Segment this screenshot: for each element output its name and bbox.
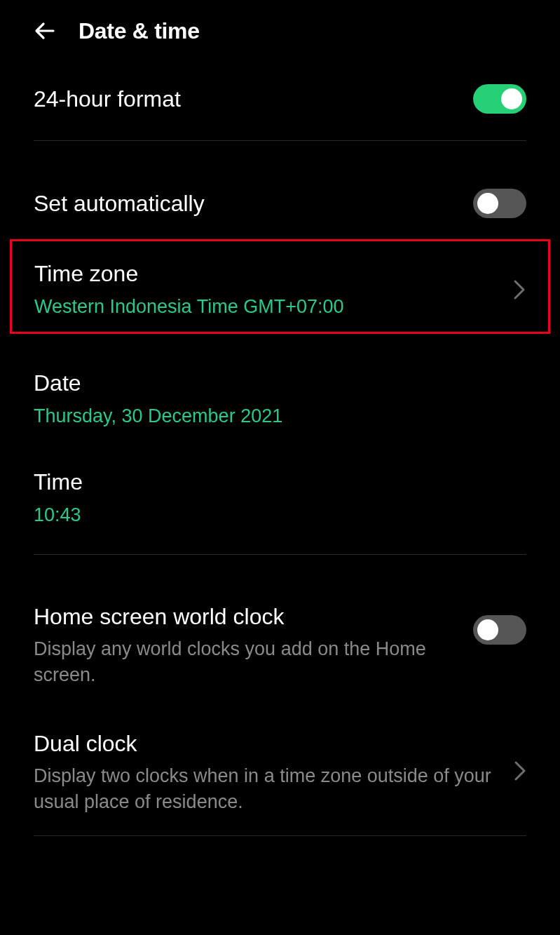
value-date: Thursday, 30 December 2021	[34, 404, 526, 429]
row-date[interactable]: Date Thursday, 30 December 2021	[34, 334, 526, 448]
label-time: Time	[34, 468, 526, 496]
settings-list: 24-hour format Set automatically Time zo…	[0, 58, 560, 836]
label-world-clock: Home screen world clock	[34, 603, 459, 631]
label-set-automatically: Set automatically	[34, 189, 473, 217]
row-time-zone[interactable]: Time zone Western Indonesia Time GMT+07:…	[34, 241, 526, 332]
page-title: Date & time	[78, 18, 200, 44]
label-24-hour-format: 24-hour format	[34, 85, 473, 113]
row-time[interactable]: Time 10:43	[34, 448, 526, 554]
chevron-right-icon	[513, 279, 526, 300]
desc-world-clock: Display any world clocks you add on the …	[34, 636, 459, 687]
arrow-left-icon	[31, 17, 59, 45]
toggle-knob	[477, 193, 498, 214]
label-dual-clock: Dual clock	[34, 729, 496, 758]
value-time-zone: Western Indonesia Time GMT+07:00	[34, 295, 502, 319]
row-24-hour-format[interactable]: 24-hour format	[34, 58, 526, 140]
label-time-zone: Time zone	[34, 260, 502, 288]
desc-dual-clock: Display two clocks when in a time zone o…	[34, 763, 496, 814]
row-world-clock[interactable]: Home screen world clock Display any worl…	[34, 581, 526, 708]
toggle-set-automatically[interactable]	[473, 189, 526, 218]
header: Date & time	[0, 0, 560, 58]
toggle-knob	[501, 88, 522, 109]
row-set-automatically[interactable]: Set automatically	[34, 168, 526, 239]
value-time: 10:43	[34, 503, 526, 527]
highlight-box: Time zone Western Indonesia Time GMT+07:…	[10, 239, 550, 334]
chevron-right-icon	[514, 760, 526, 781]
toggle-24-hour-format[interactable]	[473, 84, 526, 114]
back-button[interactable]	[31, 17, 59, 45]
divider	[34, 835, 526, 836]
label-date: Date	[34, 369, 526, 397]
toggle-knob	[477, 619, 498, 640]
toggle-world-clock[interactable]	[473, 615, 526, 645]
row-dual-clock[interactable]: Dual clock Display two clocks when in a …	[34, 708, 526, 835]
